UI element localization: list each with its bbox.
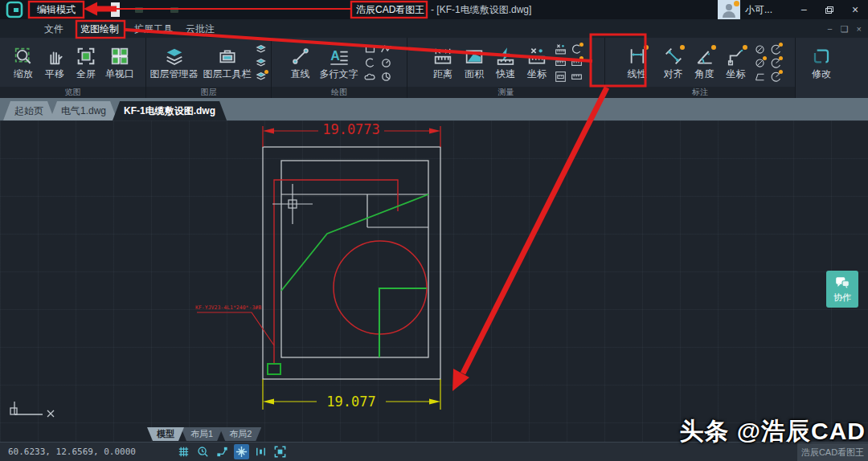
- clear-measure-icon[interactable]: [555, 43, 567, 55]
- arc-measure-icon[interactable]: [571, 43, 583, 55]
- ordinate-dimension-button[interactable]: 坐标: [723, 45, 750, 82]
- dimension-small-tools-1: [754, 43, 766, 83]
- mdi-restore-button[interactable]: ❏: [841, 24, 849, 35]
- menu-view-draw[interactable]: 览图绘制: [80, 22, 119, 37]
- ribbon-group-dimension: 线性 对齐 角度 坐标: [605, 38, 796, 98]
- circle-icon[interactable]: [380, 57, 392, 69]
- menu-file[interactable]: 文件: [44, 22, 63, 37]
- minimize-button[interactable]: −: [791, 0, 817, 19]
- mdi-window-controls: − ❏ ×: [827, 24, 862, 35]
- ellipse-icon[interactable]: [380, 71, 392, 83]
- continue-dimension-icon[interactable]: [770, 71, 782, 83]
- layer-manager-button[interactable]: 图层管理器: [149, 45, 199, 82]
- mdi-close-button[interactable]: ×: [857, 24, 862, 35]
- angle-dimension-button[interactable]: 角度: [691, 45, 719, 82]
- ribbon-group-layer: 图层管理器 图层工具栏 图层: [146, 38, 272, 98]
- xy-coordinate-icon: [526, 46, 547, 67]
- edit-mode-label[interactable]: 编辑模式: [32, 2, 80, 17]
- tab-dianqi1[interactable]: 电气1.dwg: [50, 101, 117, 120]
- coordinate-measure-button[interactable]: 坐标: [523, 45, 551, 82]
- grid-toggle-icon[interactable]: [176, 444, 191, 459]
- fullscreen-icon: [76, 46, 96, 67]
- username-label[interactable]: 小可...: [745, 3, 772, 17]
- ruler-box-icon[interactable]: [555, 71, 567, 83]
- line-button[interactable]: 直线: [287, 45, 314, 82]
- polyline-nodes-icon[interactable]: [215, 444, 230, 459]
- ruler-dot-icon[interactable]: [571, 57, 583, 69]
- dimension-top: 19.0773: [263, 121, 440, 147]
- collaborate-button[interactable]: 协作: [826, 271, 858, 308]
- collaborate-label: 协作: [833, 292, 851, 304]
- layer-toolbar-button[interactable]: 图层工具栏: [203, 45, 252, 82]
- mdi-minimize-button[interactable]: −: [827, 24, 832, 35]
- mtext-button[interactable]: 多行文字: [318, 45, 360, 82]
- area-button[interactable]: 面积: [461, 45, 488, 82]
- menu-cloud-annotation[interactable]: 云批注: [186, 22, 215, 37]
- hand-icon: [44, 46, 65, 67]
- polyline-icon[interactable]: [380, 43, 392, 55]
- lightning-icon: [495, 46, 516, 67]
- multiline-text-icon: [329, 46, 350, 67]
- measure-small-tools-2: [571, 43, 583, 83]
- lineweight-toggle-icon[interactable]: [253, 444, 268, 459]
- modify-button[interactable]: 修改: [808, 45, 835, 82]
- drawing-canvas[interactable]: KF-YJV23-4L1*240*-3#B 19.0773 19.077: [0, 120, 868, 442]
- linear-dimension-button[interactable]: 线性: [619, 45, 656, 82]
- cad-drawing: KF-YJV23-4L1*240*-3#B 19.0773 19.077: [0, 120, 868, 442]
- qat-icon[interactable]: [135, 7, 143, 13]
- app-window: A: [0, 0, 868, 461]
- single-viewport-button[interactable]: 单视口: [104, 45, 136, 82]
- zoom-button[interactable]: 缩放: [10, 45, 37, 82]
- tab-layout2[interactable]: 布局2: [219, 427, 261, 441]
- radius-dimension-icon[interactable]: [754, 57, 766, 69]
- qat-icon[interactable]: [170, 7, 178, 13]
- document-title: - [KF-1电缆敷设图.dwg]: [431, 3, 531, 17]
- document-tab-bar: 起始页 电气1.dwg KF-1电缆敷设图.dwg: [0, 98, 868, 120]
- layer-on-icon[interactable]: [256, 43, 268, 55]
- layer-lock-icon[interactable]: [256, 71, 268, 83]
- group-label-draw: 绘图: [272, 87, 407, 98]
- ruler-plain-icon[interactable]: [571, 71, 583, 83]
- pan-button[interactable]: 平移: [41, 45, 68, 82]
- arc-length-icon[interactable]: [770, 43, 782, 55]
- menu-extended-tools[interactable]: 扩展工具: [134, 22, 173, 37]
- tab-model[interactable]: 模型: [147, 427, 184, 441]
- selection-cycle-icon[interactable]: [272, 444, 288, 459]
- zoom-history-icon[interactable]: [195, 444, 211, 459]
- ribbon-group-draw: 直线 多行文字 绘图: [272, 38, 407, 98]
- cable-leader-label: KF-YJV23-4L1*240*-3#B: [195, 304, 261, 311]
- dimension-small-tools-2: [770, 43, 782, 83]
- tab-layout1[interactable]: 布局1: [181, 427, 223, 441]
- fullscreen-button[interactable]: 全屏: [72, 45, 100, 82]
- close-button[interactable]: ×: [842, 0, 868, 19]
- aligned-dimension-button[interactable]: 对齐: [660, 45, 687, 82]
- rectangle-icon[interactable]: [364, 43, 376, 55]
- app-title: 浩辰CAD看图王: [356, 3, 424, 17]
- tab-kf1-cable[interactable]: KF-1电缆敷设图.dwg: [113, 101, 227, 120]
- diameter-dimension-icon[interactable]: [754, 43, 766, 55]
- revision-cloud-icon[interactable]: [364, 71, 376, 83]
- ruler-small-icon[interactable]: [555, 57, 567, 69]
- aligned-dimension-icon: [663, 46, 684, 67]
- dim-top-value: 19.0773: [322, 121, 380, 137]
- draw-small-tools-2: [380, 43, 392, 83]
- distance-button[interactable]: 距离: [429, 45, 457, 82]
- ribbon: 缩放 平移 全屏 单视口 览图 图层管理器 图层工具栏: [0, 38, 868, 98]
- restore-button[interactable]: [817, 0, 842, 19]
- baseline-dimension-icon[interactable]: [754, 71, 766, 83]
- arc-icon[interactable]: [364, 57, 376, 69]
- ordinate-dimension-icon: [726, 46, 747, 67]
- green-l-line: [379, 288, 427, 357]
- layout-tab-bar: 模型 布局1 布局2: [147, 427, 258, 441]
- jogged-dimension-icon[interactable]: [770, 57, 782, 69]
- tab-start-page[interactable]: 起始页: [3, 101, 55, 120]
- angle-dimension-icon: [694, 46, 715, 67]
- group-label-measure: 测量: [407, 87, 604, 98]
- group-label-dimension: 标注: [605, 87, 795, 98]
- layer-freeze-icon[interactable]: [256, 57, 268, 69]
- user-avatar[interactable]: [718, 0, 740, 19]
- group-label-view: 览图: [0, 87, 145, 98]
- osnap-toggle-icon[interactable]: [234, 444, 249, 459]
- quick-measure-button[interactable]: 快速: [492, 45, 519, 82]
- restore-icon: [825, 6, 833, 14]
